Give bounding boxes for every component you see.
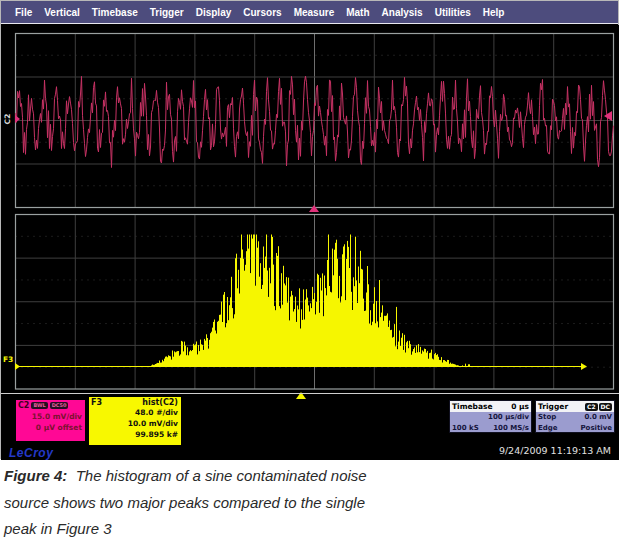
trigger-slope: Positive [580,423,612,434]
trigger-title: Trigger [538,402,568,411]
c2-bandwidth-badge: BWL [31,402,47,409]
f3-function: hist(C2) [142,398,178,407]
page: FileVerticalTimebaseTriggerDisplayCursor… [0,0,619,544]
trigger-coupling-badge: DC [599,403,612,411]
timebase-samples: 100 kS [452,423,479,434]
timebase-scale: 100 µs/div [488,412,529,423]
trigger-box[interactable]: Trigger C2 DC Stop 0.0 mV Edge Positive [535,400,615,433]
trigger-mode: Stop [538,412,556,423]
c2-descriptor-box[interactable]: C2 BWL DC50 15.0 mV/div 0 µV offset [15,399,86,442]
c2-axis-label: C2 [3,114,12,125]
f3-vertical-scale: 48.0 #/div [89,407,181,418]
f3-axis-label: F3 [3,355,13,364]
status-separator [1,393,619,394]
timebase-title: Timebase [452,402,493,411]
lecroy-logo: LeCroy [9,446,53,460]
caption-line-2: source shows two major peaks compared to… [4,490,614,517]
f3-label: F3 [91,398,102,407]
c2-scale: 15.0 mV/div [16,411,85,422]
caption-figure-label: Figure 4: [4,467,67,484]
oscilloscope-screenshot: FileVerticalTimebaseTriggerDisplayCursor… [0,0,619,459]
trigger-source-badge: C2 [585,403,598,411]
caption-line-1: Figure 4: The histogram of a sine contam… [4,463,614,490]
c2-label: C2 [18,401,29,410]
f3-horizontal-scale: 10.0 mV/div [89,418,181,429]
caption-line-3: peak in Figure 3 [4,516,614,543]
trigger-type: Edge [538,423,558,434]
timestamp: 9/24/2009 11:19:13 AM [499,445,611,456]
timebase-box[interactable]: Timebase 0 µs 100 µs/div 100 kS 100 MS/s [449,400,532,433]
timebase-offset: 0 µs [511,402,529,411]
f3-population: 99.895 k# [89,429,181,440]
figure-caption: Figure 4: The histogram of a sine contam… [4,463,614,543]
trigger-level: 0.0 mV [584,412,612,423]
f3-descriptor-box[interactable]: F3 hist(C2) 48.0 #/div 10.0 mV/div 99.89… [88,396,182,446]
c2-coupling-badge: DC50 [50,402,69,409]
c2-offset: 0 µV offset [16,422,85,433]
timebase-sample-rate: 100 MS/s [493,423,529,434]
caption-text-1: The histogram of a sine contaminated noi… [76,467,367,484]
scope-display: C2 F3 [1,1,619,460]
